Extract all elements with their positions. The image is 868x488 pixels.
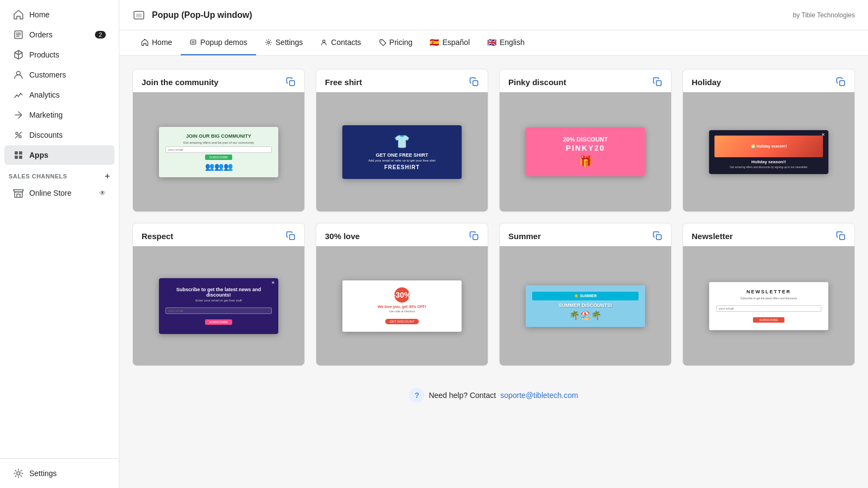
sidebar-item-marketing-label: Marketing [29, 111, 62, 119]
svg-rect-6 [19, 151, 22, 155]
copy-icon-pinky-discount[interactable] [653, 77, 662, 87]
card-preview-summer: ☀️ SUMMER SUMMER DISCOUNTS! 🌴🏖️🌴 [500, 246, 671, 365]
sidebar-item-online-store[interactable]: Online Store 👁 [4, 183, 114, 203]
card-title-free-shirt: Free shirt [325, 78, 362, 87]
app-title: Popup (Pop-Up window) [152, 10, 786, 20]
copy-icon-newsletter[interactable] [836, 231, 846, 241]
card-header-newsletter: Newsletter [683, 223, 854, 246]
tab-english-label: English [500, 38, 525, 47]
card-header-free-shirt: Free shirt [316, 69, 488, 92]
svg-rect-7 [15, 156, 18, 159]
sidebar-item-customers[interactable]: Customers [4, 65, 114, 85]
tab-home[interactable]: Home [132, 30, 181, 55]
sidebar-item-apps-label: Apps [29, 151, 48, 159]
popup-card-newsletter[interactable]: Newsletter NEWSLETTER Subscribe to get t… [682, 223, 855, 366]
card-header-pinky-discount: Pinky discount [500, 69, 671, 92]
preview-inner-holiday: ✕ 🌅 Holiday season!! Holiday season!! Ge… [709, 130, 828, 174]
card-preview-newsletter: NEWSLETTER Subscribe to get the latest o… [683, 246, 854, 365]
products-icon [13, 49, 24, 60]
popup-card-respect[interactable]: Respect ✕ Subscribe to get the latest ne… [132, 223, 305, 366]
svg-point-15 [323, 40, 325, 42]
card-title-30-love: 30% love [325, 232, 360, 241]
help-icon: ? [409, 388, 424, 403]
card-title-newsletter: Newsletter [692, 232, 733, 241]
card-preview-pinky-discount: 20% DISCOUNT PINKY20 🎁 [500, 92, 671, 211]
sidebar-item-home-label: Home [29, 10, 49, 19]
sidebar: Home Orders 2 Products Customers Analy [0, 0, 119, 488]
orders-icon [13, 29, 24, 40]
card-header-summer: Summer [500, 223, 671, 246]
sidebar-item-settings-label: Settings [29, 469, 57, 478]
popup-card-30-love[interactable]: 30% love -30% We love you, get 30% OFF! … [316, 223, 488, 366]
card-title-join-community: Join the community [142, 78, 219, 87]
sidebar-bottom: Settings [0, 458, 119, 488]
sidebar-item-products-label: Products [29, 50, 59, 59]
espanol-flag: 🇪🇸 [430, 38, 439, 47]
copy-icon-join-community[interactable] [286, 77, 296, 87]
svg-rect-20 [840, 81, 845, 86]
svg-point-14 [267, 41, 270, 43]
svg-rect-13 [192, 41, 195, 43]
tab-popup-demos[interactable]: Popup demos [181, 30, 256, 55]
preview-inner-30-love: -30% We love you, get 30% OFF! Use code … [342, 280, 462, 332]
svg-rect-8 [19, 156, 22, 159]
marketing-icon [13, 110, 24, 120]
sidebar-item-discounts-label: Discounts [29, 131, 62, 139]
help-text: Need help? Contact [429, 391, 496, 400]
sidebar-item-discounts[interactable]: Discounts [4, 125, 114, 145]
app-by-label: by Tible Technologies [793, 11, 855, 19]
preview-inner-newsletter: NEWSLETTER Subscribe to get the latest o… [709, 282, 828, 330]
sidebar-item-marketing[interactable]: Marketing [4, 105, 114, 125]
popup-card-summer[interactable]: Summer ☀️ SUMMER SUMMER DISCOUNTS! 🌴🏖️🌴 [499, 223, 672, 366]
popup-card-free-shirt[interactable]: Free shirt 👕 GET ONE FREE SHIRT Add your… [316, 69, 488, 212]
popup-card-join-community[interactable]: Join the community JOIN OUR BIG COMMUNIT… [132, 69, 305, 212]
apps-icon [13, 150, 24, 160]
svg-point-16 [381, 41, 381, 41]
card-header-join-community: Join the community [133, 69, 304, 92]
sidebar-nav: Home Orders 2 Products Customers Analy [0, 0, 119, 458]
card-preview-join-community: JOIN OUR BIG COMMUNITY Get amazing offer… [133, 92, 304, 211]
sidebar-item-apps[interactable]: Apps [4, 145, 114, 165]
tab-espanol-label: Español [442, 38, 470, 47]
sidebar-item-home[interactable]: Home [4, 5, 114, 24]
tab-contacts[interactable]: Contacts [311, 30, 369, 55]
app-header: Popup (Pop-Up window) by Tible Technolog… [119, 0, 868, 30]
home-icon [13, 9, 24, 20]
tab-home-label: Home [152, 38, 172, 47]
discounts-icon [13, 130, 24, 140]
sidebar-item-settings[interactable]: Settings [4, 464, 114, 483]
sidebar-item-orders-label: Orders [29, 30, 53, 39]
svg-point-2 [16, 132, 18, 134]
svg-rect-22 [473, 235, 478, 240]
help-email-link[interactable]: soporte@tibletech.com [500, 391, 578, 400]
add-sales-channel-button[interactable]: + [105, 172, 110, 181]
popup-card-pinky-discount[interactable]: Pinky discount 20% DISCOUNT PINKY20 🎁 [499, 69, 672, 212]
copy-icon-free-shirt[interactable] [469, 77, 479, 87]
help-footer: ? Need help? Contact soporte@tibletech.c… [132, 377, 855, 414]
tab-settings[interactable]: Settings [256, 30, 312, 55]
copy-icon-summer[interactable] [653, 231, 662, 241]
copy-icon-30-love[interactable] [469, 231, 479, 241]
online-store-visibility-icon[interactable]: 👁 [99, 189, 106, 197]
main-area: Popup (Pop-Up window) by Tible Technolog… [119, 0, 868, 488]
sidebar-item-orders[interactable]: Orders 2 [4, 25, 114, 44]
popup-card-holiday[interactable]: Holiday ✕ 🌅 Holiday season!! Holiday sea… [682, 69, 855, 212]
svg-point-9 [17, 472, 20, 475]
tab-espanol[interactable]: 🇪🇸 Español [421, 30, 478, 55]
sidebar-item-analytics[interactable]: Analytics [4, 85, 114, 105]
card-title-holiday: Holiday [692, 78, 721, 87]
copy-icon-holiday[interactable] [836, 77, 846, 87]
card-preview-30-love: -30% We love you, get 30% OFF! Use code … [316, 246, 488, 365]
svg-rect-23 [656, 235, 661, 240]
copy-icon-respect[interactable] [286, 231, 296, 241]
card-preview-holiday: ✕ 🌅 Holiday season!! Holiday season!! Ge… [683, 92, 854, 211]
preview-inner-pinky-discount: 20% DISCOUNT PINKY20 🎁 [526, 127, 645, 176]
settings-icon [13, 468, 24, 479]
preview-inner-free-shirt: 👕 GET ONE FREE SHIRT Add your email or r… [342, 125, 462, 179]
tab-pricing[interactable]: Pricing [370, 30, 422, 55]
sidebar-item-products[interactable]: Products [4, 45, 114, 65]
analytics-icon [13, 89, 24, 100]
tab-navigation: Home Popup demos Settings Contacts Prici… [119, 30, 868, 56]
tab-english[interactable]: 🇬🇧 English [478, 30, 533, 55]
preview-inner-respect: ✕ Subscribe to get the latest news and d… [159, 278, 278, 334]
